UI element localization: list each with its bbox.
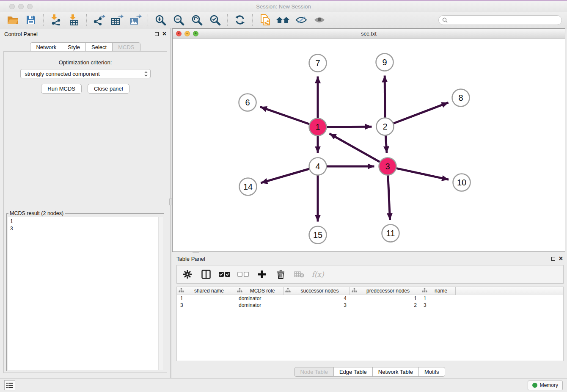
memory-button[interactable]: Memory [528,381,563,390]
tab-mcds[interactable]: MCDS [113,42,140,52]
split-view-icon[interactable] [200,268,212,281]
tab-motifs[interactable]: Motifs [419,367,445,377]
node-4[interactable]: 4 [309,158,327,175]
delete-column-icon[interactable] [274,268,287,281]
node-3[interactable]: 3 [379,158,396,175]
node-6[interactable]: 6 [239,94,256,111]
table-cell[interactable]: 4 [284,295,350,302]
gear-icon[interactable] [181,268,194,281]
mcds-result-list[interactable]: 13 [8,217,163,370]
task-history-button[interactable] [4,380,15,390]
criterion-select[interactable]: strongly connected component [20,69,151,78]
node-table[interactable]: shared nameMCDS rolesuccessor nodesprede… [176,287,564,361]
table-row[interactable]: 3dominator323 [177,302,563,309]
delete-table-icon[interactable] [293,268,306,281]
node-14[interactable]: 14 [239,178,257,196]
first-neighbors-icon[interactable] [275,14,291,26]
minimize-view-icon[interactable]: − [184,31,190,36]
table-header-row[interactable]: shared nameMCDS rolesuccessor nodesprede… [177,287,563,295]
edge-3-10[interactable] [396,168,449,179]
tab-node-table[interactable]: Node Table [294,367,334,377]
open-session-icon[interactable] [5,14,20,26]
result-item[interactable]: 3 [10,225,160,232]
edge-1-2[interactable] [326,127,372,127]
float-table-panel-icon[interactable] [551,257,555,261]
export-image-icon[interactable] [128,14,143,26]
tab-style[interactable]: Style [62,42,86,52]
node-11[interactable]: 11 [382,225,399,242]
node-1[interactable]: 1 [309,119,327,136]
export-network-icon[interactable] [91,14,107,26]
network-canvas[interactable]: 7968124314101511 [173,39,565,251]
zoom-out-icon[interactable] [171,14,186,26]
import-table-icon[interactable] [66,14,82,26]
edge-3-1[interactable] [329,133,380,162]
minimize-window-icon[interactable] [18,4,24,9]
window-controls[interactable] [9,4,33,9]
edge-1-6[interactable] [260,107,310,124]
refresh-icon[interactable] [232,14,248,26]
edge-2-9[interactable] [385,75,385,118]
node-10[interactable]: 10 [453,174,471,191]
close-table-panel-icon[interactable]: × [559,255,563,262]
column-header-shared-name[interactable]: shared name [177,287,235,295]
save-session-icon[interactable] [23,14,39,26]
network-window-titlebar[interactable]: scc.txt × − + [173,29,565,39]
node-8[interactable]: 8 [452,89,470,107]
tab-select[interactable]: Select [86,42,113,52]
table-cell[interactable]: 3 [420,302,456,309]
table-row[interactable]: 1dominator411 [177,295,563,302]
column-header-MCDS-role[interactable]: MCDS role [235,287,284,295]
close-panel-button[interactable]: Close panel [88,84,129,94]
tab-network-table[interactable]: Network Table [373,367,419,377]
node-9[interactable]: 9 [376,54,394,71]
splitter-grip[interactable] [169,199,172,205]
tab-network[interactable]: Network [30,42,62,52]
result-item[interactable]: 1 [10,218,160,225]
table-cell[interactable]: 3 [177,302,235,309]
close-window-icon[interactable] [9,4,15,9]
export-table-icon[interactable] [110,14,125,26]
table-cell[interactable]: 3 [284,302,350,309]
table-cell[interactable]: dominator [235,302,284,309]
tab-edge-table[interactable]: Edge Table [334,367,373,377]
zoom-window-icon[interactable] [27,4,33,9]
node-2[interactable]: 2 [377,118,394,135]
search-input[interactable] [450,17,558,23]
deselect-all-icon[interactable] [237,268,250,281]
result-scrollbar[interactable] [158,217,163,370]
edge-2-8[interactable] [393,102,448,124]
column-header-successor-nodes[interactable]: successor nodes [284,287,350,295]
network-graph[interactable]: 7968124314101511 [173,39,565,251]
clone-network-icon[interactable] [257,14,272,26]
table-cell[interactable]: 2 [350,302,420,309]
maximize-view-icon[interactable]: + [193,31,198,36]
column-header-name[interactable]: name [420,287,456,295]
search-field[interactable] [438,15,562,25]
table-body[interactable]: 1dominator4113dominator323 [177,295,563,309]
node-7[interactable]: 7 [309,55,327,72]
table-cell[interactable]: 1 [177,295,235,302]
import-network-icon[interactable] [48,14,63,26]
close-panel-icon[interactable]: × [162,30,166,37]
zoom-in-icon[interactable] [153,14,168,26]
function-builder-icon[interactable]: f(x) [311,268,324,281]
zoom-selected-icon[interactable] [207,14,223,26]
hide-selection-icon[interactable] [294,14,309,26]
show-all-icon[interactable] [312,14,327,26]
table-cell[interactable]: 1 [420,295,456,302]
table-cell[interactable]: 1 [350,295,420,302]
close-view-icon[interactable]: × [176,31,182,36]
edge-3-11[interactable] [388,175,390,220]
add-column-icon[interactable] [256,268,268,281]
select-all-icon[interactable] [218,268,231,281]
column-header-predecessor-nodes[interactable]: predecessor nodes [350,287,420,295]
run-mcds-button[interactable]: Run MCDS [41,84,82,94]
edge-4-14[interactable] [261,169,309,183]
svg-text:11: 11 [386,229,395,238]
edge-2-3[interactable] [385,135,387,153]
float-panel-icon[interactable] [155,32,159,36]
table-cell[interactable]: dominator [235,295,284,302]
zoom-fit-icon[interactable] [189,14,204,26]
node-15[interactable]: 15 [309,226,327,244]
